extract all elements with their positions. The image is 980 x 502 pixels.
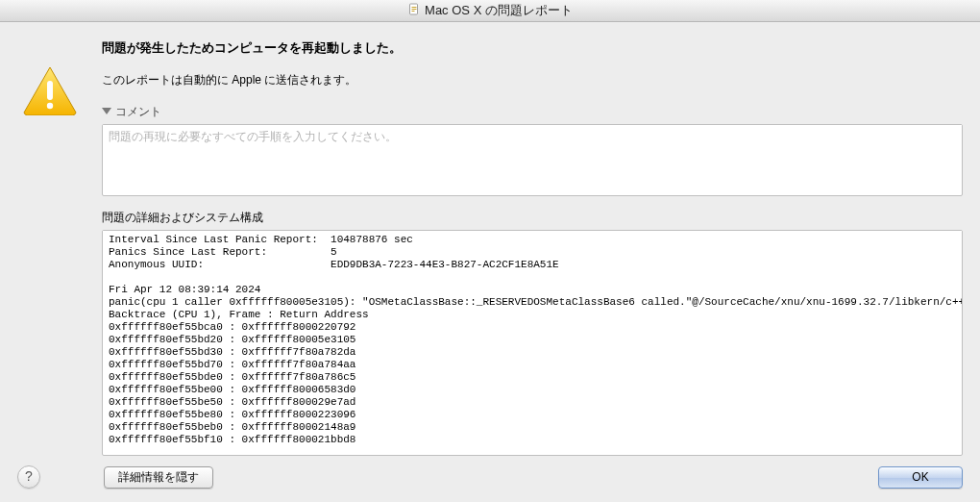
- subline-text: このレポートは自動的に Apple に送信されます。: [102, 72, 963, 88]
- details-textarea[interactable]: [103, 231, 962, 452]
- document-icon: [407, 2, 421, 23]
- footer: ? 詳細情報を隠す OK: [17, 465, 963, 489]
- hide-details-button[interactable]: 詳細情報を隠す: [104, 466, 213, 489]
- comment-disclosure[interactable]: コメント: [102, 104, 963, 120]
- svg-point-2: [47, 103, 53, 109]
- window-titlebar: Mac OS X の問題レポート: [0, 0, 980, 22]
- details-box-wrapper: [102, 230, 963, 456]
- comment-input[interactable]: [103, 125, 962, 192]
- help-button[interactable]: ?: [17, 465, 40, 489]
- warning-icon: [21, 65, 79, 115]
- headline-text: 問題が発生したためコンピュータを再起動しました。: [102, 39, 963, 57]
- ok-button[interactable]: OK: [878, 466, 963, 489]
- content-area: 問題が発生したためコンピュータを再起動しました。 このレポートは自動的に App…: [0, 22, 980, 502]
- comment-box-wrapper: [102, 124, 963, 196]
- details-section-label: 問題の詳細およびシステム構成: [102, 210, 963, 226]
- comment-section-label: コメント: [115, 105, 161, 118]
- window-title: Mac OS X の問題レポート: [425, 3, 573, 17]
- svg-rect-1: [47, 81, 53, 100]
- chevron-down-icon: [102, 108, 111, 114]
